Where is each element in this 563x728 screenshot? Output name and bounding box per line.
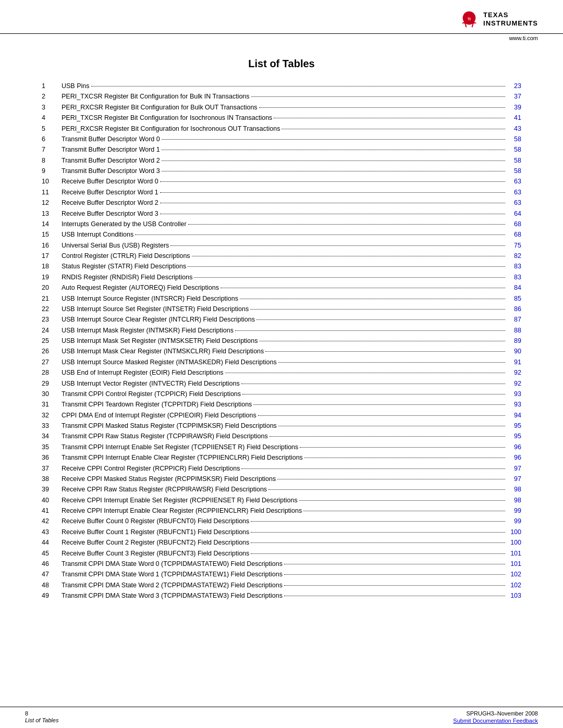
toc-item-label: Receive Buffer Descriptor Word 1 [62,188,158,198]
toc-item-number: 27 [42,357,62,367]
toc-item-dots [251,521,505,522]
list-item: 43 Receive Buffer Count 1 Register (RBUF… [42,527,521,537]
footer: 8 List of Tables SPRUGH3–November 2008 S… [0,707,563,728]
toc-item-page[interactable]: 84 [507,283,521,293]
toc-item-dots [304,458,505,458]
toc-item-page[interactable]: 99 [507,506,521,516]
toc-item-text: USB Interrupt Vector Register (INTVECTR)… [62,379,521,389]
toc-item-page[interactable]: 97 [507,474,521,484]
toc-item-page[interactable]: 100 [507,538,521,548]
toc-item-dots [240,299,505,299]
toc-item-page[interactable]: 100 [507,527,521,537]
toc-item-page[interactable]: 63 [507,188,521,198]
toc-item-page[interactable]: 83 [507,273,521,282]
toc-item-number: 10 [42,177,62,187]
toc-item-page[interactable]: 92 [507,379,521,389]
company-name-line1: Texas [483,11,538,19]
toc-item-label: Transmit CPPI Interrupt Enable Clear Reg… [62,453,303,463]
toc-item-page[interactable]: 96 [507,453,521,463]
toc-item-page[interactable]: 82 [507,251,521,261]
toc-item-page[interactable]: 95 [507,431,521,441]
toc-list: 1 USB Pins 23 2 PERI_TXCSR Register Bit … [42,81,521,601]
toc-item-number: 31 [42,400,62,410]
toc-item-dots [260,341,506,341]
toc-item-page[interactable]: 88 [507,326,521,336]
toc-item-page[interactable]: 68 [507,230,521,240]
toc-item-page[interactable]: 75 [507,241,521,251]
toc-item-page[interactable]: 58 [507,134,521,144]
toc-item-text: USB Interrupt Mask Set Register (INTMSKS… [62,336,521,346]
toc-item-label: Transmit CPPI DMA State Word 3 (TCPPIDMA… [62,591,283,601]
toc-item-dots [135,235,505,235]
toc-item-label: USB Interrupt Source Clear Register (INT… [62,315,255,325]
toc-item-page[interactable]: 96 [507,442,521,452]
list-item: 3 PERI_RXCSR Register Bit Configuration … [42,103,521,113]
toc-item-page[interactable]: 37 [507,92,521,102]
toc-item-page[interactable]: 58 [507,166,521,176]
toc-item-dots [160,192,505,193]
toc-item-page[interactable]: 23 [507,81,521,91]
list-item: 12 Receive Buffer Descriptor Word 2 63 [42,198,521,208]
toc-item-text: Transmit CPPI DMA State Word 2 (TCPPIDMA… [62,581,521,590]
toc-item-page[interactable]: 102 [507,570,521,579]
list-item: 21 USB Interrupt Source Register (INTSRC… [42,294,521,304]
toc-item-dots [162,161,505,161]
toc-item-dots [242,394,505,394]
toc-item-page[interactable]: 98 [507,496,521,505]
toc-item-page[interactable]: 101 [507,549,521,559]
list-item: 41 Receive CPPI Interrupt Enable Clear R… [42,506,521,516]
toc-item-text: Universal Serial Bus (USB) Registers 75 [62,241,521,251]
toc-item-page[interactable]: 68 [507,219,521,229]
list-item: 19 RNDIS Register (RNDISR) Field Descrip… [42,273,521,282]
toc-item-page[interactable]: 89 [507,336,521,346]
toc-item-page[interactable]: 41 [507,113,521,123]
list-item: 5 PERI_RXCSR Register Bit Configuration … [42,124,521,134]
toc-item-page[interactable]: 63 [507,198,521,208]
list-item: 25 USB Interrupt Mask Set Register (INTM… [42,336,521,346]
toc-item-page[interactable]: 90 [507,347,521,356]
toc-item-page[interactable]: 94 [507,411,521,421]
toc-item-text: Transmit CPPI Interrupt Enable Set Regis… [62,442,521,452]
toc-item-label: Transmit Buffer Descriptor Word 3 [62,166,160,176]
toc-item-page[interactable]: 97 [507,464,521,474]
toc-item-page[interactable]: 101 [507,559,521,569]
toc-item-page[interactable]: 98 [507,485,521,495]
toc-item-page[interactable]: 58 [507,145,521,155]
toc-item-text: Transmit CPPI Interrupt Enable Clear Reg… [62,453,521,463]
toc-item-page[interactable]: 93 [507,389,521,399]
list-item: 24 USB Interrupt Mask Register (INTMSKR)… [42,326,521,336]
toc-item-number: 16 [42,241,62,251]
toc-item-number: 8 [42,156,62,166]
toc-item-page[interactable]: 85 [507,294,521,304]
list-item: 38 Receive CPPI Masked Status Register (… [42,474,521,484]
toc-item-number: 17 [42,251,62,261]
toc-item-page[interactable]: 86 [507,304,521,314]
footer-feedback-link[interactable]: Submit Documentation Feedback [453,718,538,724]
toc-item-page[interactable]: 58 [507,156,521,166]
toc-item-page[interactable]: 63 [507,177,521,187]
toc-item-page[interactable]: 87 [507,315,521,325]
toc-item-page[interactable]: 103 [507,591,521,601]
toc-item-text: PERI_TXCSR Register Bit Configuration fo… [62,92,521,102]
toc-item-page[interactable]: 93 [507,400,521,410]
toc-item-dots [162,171,505,171]
toc-item-page[interactable]: 95 [507,421,521,431]
toc-item-dots [170,245,505,246]
toc-item-page[interactable]: 102 [507,581,521,590]
toc-item-page[interactable]: 83 [507,262,521,272]
toc-item-number: 33 [42,421,62,431]
toc-item-page[interactable]: 99 [507,516,521,526]
toc-item-text: USB Pins 23 [62,81,521,91]
ti-logo: TI Texas Instruments [459,9,538,29]
toc-item-number: 18 [42,262,62,272]
toc-item-page[interactable]: 39 [507,103,521,113]
toc-item-page[interactable]: 92 [507,368,521,378]
toc-item-page[interactable]: 64 [507,209,521,219]
list-item: 6 Transmit Buffer Descriptor Word 0 58 [42,134,521,144]
toc-item-text: Receive Buffer Descriptor Word 1 63 [62,188,521,198]
toc-item-dots [241,468,505,469]
toc-item-number: 39 [42,485,62,495]
toc-item-page[interactable]: 43 [507,124,521,134]
toc-item-page[interactable]: 91 [507,357,521,367]
toc-item-dots [160,203,505,203]
